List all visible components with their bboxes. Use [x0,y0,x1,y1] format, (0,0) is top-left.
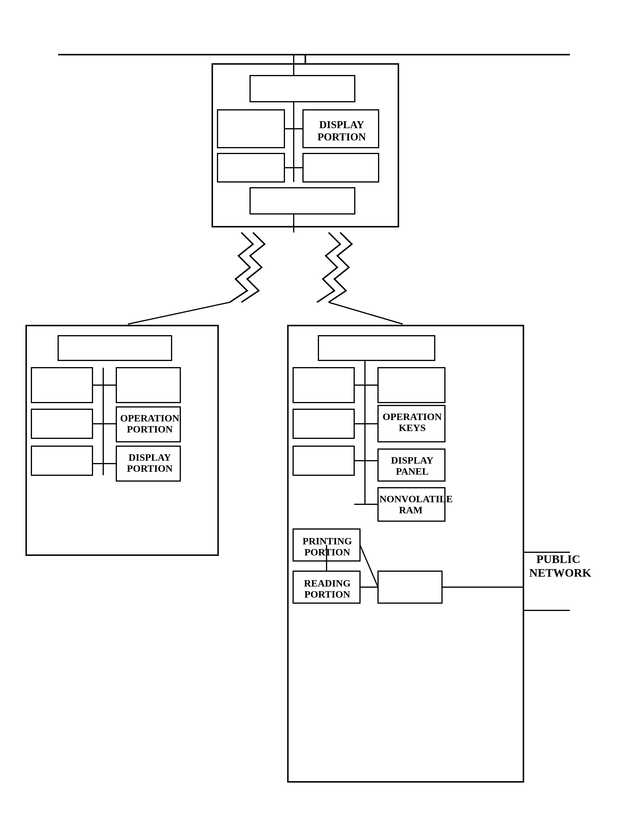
svg-rect-32 [319,336,435,361]
svg-line-48 [360,545,378,587]
ap-display-label: DISPLAYPORTION [308,119,375,143]
svg-rect-20 [58,336,172,361]
public-network-label: PUBLICNETWORK [529,552,587,580]
printer-nonvolatile-label: NONVOLATILERAM [380,493,442,516]
svg-rect-19 [26,326,218,555]
svg-rect-7 [303,154,379,182]
pc-display-label: DISPLAYPORTION [119,452,180,474]
svg-rect-21 [31,368,93,403]
printer-reading-label: READINGPORTION [296,578,358,600]
svg-rect-22 [116,368,180,403]
svg-rect-8 [250,188,355,214]
svg-rect-23 [31,409,93,438]
svg-rect-2 [212,64,398,227]
svg-rect-25 [31,446,93,475]
svg-rect-42 [378,571,442,603]
printer-printing-label: PRINTINGPORTION [296,536,358,558]
pc-op-label: OPERATIONPORTION [119,413,180,435]
printer-op-keys-label: OPERATIONKEYS [381,411,444,434]
svg-rect-34 [378,368,445,403]
svg-rect-35 [293,409,354,438]
svg-line-17 [128,302,230,324]
svg-rect-4 [218,110,284,148]
svg-rect-3 [250,76,355,102]
svg-rect-37 [293,446,354,475]
svg-rect-6 [218,154,284,182]
svg-line-18 [329,302,403,324]
svg-rect-33 [293,368,354,403]
printer-display-panel-label: DISPLAYPANEL [381,455,444,477]
